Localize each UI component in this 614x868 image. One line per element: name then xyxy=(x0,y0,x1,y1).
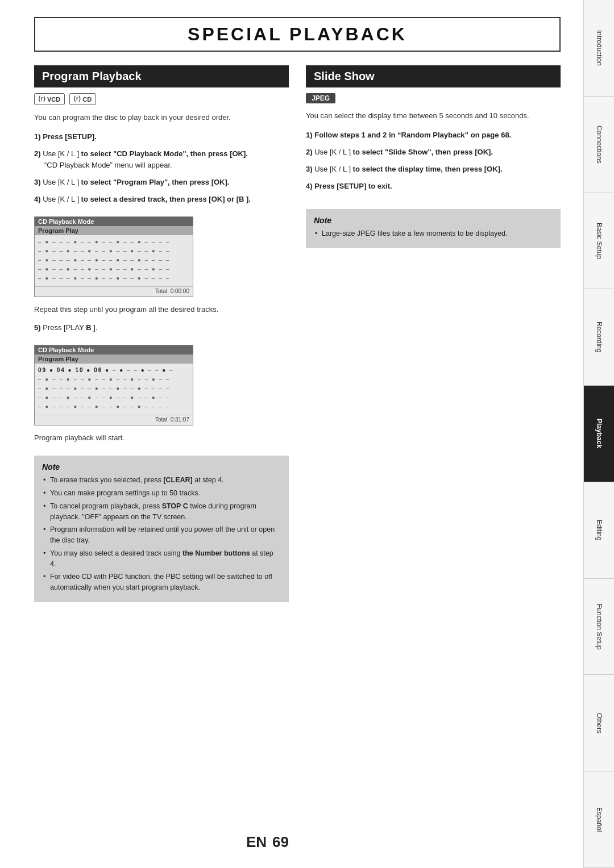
step-4: 4) Use [K / L ] to select a desired trac… xyxy=(34,194,289,205)
slide-note-title: Note xyxy=(314,216,553,225)
note-item: To erase tracks you selected, press [CLE… xyxy=(42,475,281,486)
right-sidebar: Introduction Connections Basic Setup Rec… xyxy=(583,0,614,868)
sidebar-item-function-setup[interactable]: Function Setup xyxy=(584,579,614,675)
step-1: 1) Press [SETUP]. xyxy=(34,131,289,143)
screen-row: 09 ● 04 ● 10 ● 06 ● – ● – – ● – – ● – xyxy=(38,366,189,375)
caption-2: Program playback will start. xyxy=(34,432,289,444)
vcd-badge: ⒭ VCD xyxy=(34,93,65,105)
slide-show-header: Slide Show xyxy=(306,65,561,87)
note-item: To cancel program playback, press STOP C… xyxy=(42,501,281,523)
program-playback-badges: ⒭ VCD ⒭ CD xyxy=(34,93,289,105)
sidebar-item-recording[interactable]: Recording xyxy=(584,289,614,386)
program-playback-header: Program Playback xyxy=(34,65,289,87)
note-item: Program information will be retained unt… xyxy=(42,524,281,546)
note-item: You may also select a desired track usin… xyxy=(42,548,281,570)
sidebar-item-basic-setup[interactable]: Basic Setup xyxy=(584,193,614,290)
screen-row: – ● – – ● – – ● – – ● – – ● – – ● – – xyxy=(38,247,189,256)
slide-step-2: 2) Use [K / L ] to select "Slide Show", … xyxy=(306,147,561,158)
sidebar-item-introduction[interactable]: Introduction xyxy=(584,0,614,97)
program-playback-note: Note To erase tracks you selected, press… xyxy=(34,456,289,602)
screen-row: – ● – – – ● – – ● – – ● – – ● – – – – xyxy=(38,274,189,283)
en-label: EN xyxy=(246,833,267,851)
screen-row: – ● – – ● – – ● – – ● – – ● – – ● – – xyxy=(38,393,189,402)
step-3: 3) Use [K / L ] to select "Program Play"… xyxy=(34,177,289,188)
slide-show-section: Slide Show JPEG You can select the displ… xyxy=(306,65,561,851)
screen-row: – ● – – – ● – – ● – – ● – – ● – – – – xyxy=(38,402,189,411)
screen-title-2: CD Playback Mode xyxy=(35,345,193,354)
sidebar-item-editing[interactable]: Editing xyxy=(584,482,614,579)
page-wrapper: SPECIAL PLAYBACK Program Playback ⒭ VCD … xyxy=(0,0,614,868)
slide-note-item: Large-size JPEG files take a few moments… xyxy=(314,228,553,239)
note-title: Note xyxy=(42,462,281,471)
slide-step-4: 4) Press [SETUP] to exit. xyxy=(306,181,561,192)
sidebar-item-espanol[interactable]: Español xyxy=(584,771,614,868)
screen-mock-1: CD Playback Mode Program Play – ● – – – … xyxy=(34,216,193,297)
main-content: SPECIAL PLAYBACK Program Playback ⒭ VCD … xyxy=(0,0,583,868)
screen-row: – ● – – – ● – – ● – – ● – – ● – – – – xyxy=(38,237,189,247)
screen-mock-2: CD Playback Mode Program Play 09 ● 04 ● … xyxy=(34,345,193,425)
step-5: 5) Press [PLAY B ]. xyxy=(34,322,289,333)
sidebar-item-playback[interactable]: Playback xyxy=(584,386,614,482)
slide-note-list: Large-size JPEG files take a few moments… xyxy=(314,228,553,239)
slide-show-badges: JPEG xyxy=(306,93,561,103)
program-playback-section: Program Playback ⒭ VCD ⒭ CD You can prog… xyxy=(34,65,289,851)
step-2: 2) Use [K / L ] to select "CD Playback M… xyxy=(34,148,289,171)
note-item: You can make program settings up to 50 t… xyxy=(42,488,281,499)
screen-row: – ● – – ● – – ● – – ● – – ● – – ● – – xyxy=(38,265,189,274)
disc-icon: ⒭ xyxy=(39,95,45,103)
two-col-layout: Program Playback ⒭ VCD ⒭ CD You can prog… xyxy=(34,65,561,851)
slide-show-intro: You can select the display time between … xyxy=(306,110,561,122)
screen-row: – ● – – ● – – ● – – ● – – ● – – ● – – xyxy=(38,375,189,384)
caption-1: Repeat this step until you program all t… xyxy=(34,304,289,315)
disc-icon-2: ⒭ xyxy=(74,95,80,103)
screen-subtitle-1: Program Play xyxy=(35,226,193,235)
screen-total-1: Total 0:00:00 xyxy=(35,286,193,297)
screen-rows-2: 09 ● 04 ● 10 ● 06 ● – ● – – ● – – ● – – … xyxy=(35,364,193,414)
slide-step-1: 1) Follow steps 1 and 2 in “Random Playb… xyxy=(306,130,561,141)
sidebar-item-connections[interactable]: Connections xyxy=(584,97,614,193)
screen-subtitle-2: Program Play xyxy=(35,354,193,364)
program-playback-intro: You can program the disc to play back in… xyxy=(34,112,289,123)
screen-rows-1: – ● – – – ● – – ● – – ● – – ● – – – – – … xyxy=(35,235,193,285)
jpeg-badge: JPEG xyxy=(306,93,335,103)
screen-total-2: Total 0:31:07 xyxy=(35,415,193,425)
screen-row: – ● – – – ● – – ● – – ● – – ● – – – – xyxy=(38,384,189,393)
note-item: For video CD with PBC function, the PBC … xyxy=(42,571,281,593)
page-title: SPECIAL PLAYBACK xyxy=(34,17,561,52)
note-list: To erase tracks you selected, press [CLE… xyxy=(42,475,281,593)
sidebar-item-others[interactable]: Others xyxy=(584,675,614,771)
page-number: 69 xyxy=(272,833,289,851)
screen-row: – ● – – – ● – – ● – – ● – – ● – – – – xyxy=(38,256,189,265)
screen-title-1: CD Playback Mode xyxy=(35,217,193,226)
cd-badge: ⒭ CD xyxy=(69,93,96,105)
slide-show-note: Note Large-size JPEG files take a few mo… xyxy=(306,209,561,248)
slide-step-3: 3) Use [K / L ] to select the display ti… xyxy=(306,164,561,175)
page-number-row: EN 69 xyxy=(34,828,289,851)
